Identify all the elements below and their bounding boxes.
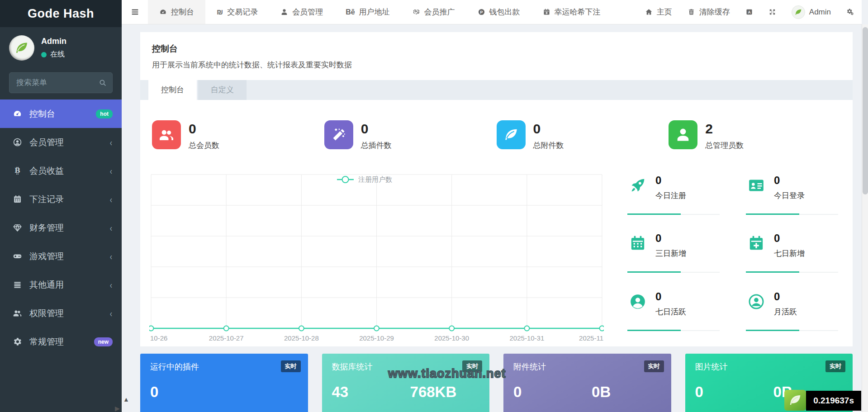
card-title: 数据库统计 (332, 361, 480, 372)
hamburger-menu-icon[interactable] (122, 0, 148, 24)
calendar-icon (13, 194, 22, 204)
sidebar-item-earnings[interactable]: B 会员收益 ‹ (0, 156, 122, 185)
user-info: Admin 在线 (41, 37, 66, 59)
nav-tab-members[interactable]: 会员管理 (269, 0, 334, 24)
scroll-right-arrow-icon[interactable]: ▶ (115, 405, 120, 412)
realtime-badge: 实时 (281, 360, 301, 372)
tab-custom[interactable]: 自定义 (198, 80, 247, 100)
stat-value: 0 (361, 122, 392, 136)
svg-text:10-26: 10-26 (150, 334, 167, 342)
realtime-badge: 实时 (644, 360, 664, 372)
card-title: 运行中的插件 (150, 361, 298, 372)
username-label: Admin (809, 8, 831, 17)
sidebar-item-general[interactable]: 常规管理 new (0, 327, 122, 356)
svg-text:2025-10-31: 2025-10-31 (510, 334, 545, 342)
mini-stats-grid: 0 今日注册 0 今日登录 (627, 172, 838, 346)
home-button[interactable]: 主页 (637, 0, 680, 24)
mini-stat-7day-new: 0 七日新增 (746, 230, 838, 279)
app-root: Gode Hash Admin 在线 控制台 hot (0, 0, 868, 412)
stat-icon-box-1 (324, 120, 353, 149)
stat-icon-box-0 (152, 120, 181, 149)
svg-text:2025-10-29: 2025-10-29 (359, 334, 394, 342)
chevron-left-icon: ‹ (110, 166, 112, 175)
scroll-up-arrow-icon[interactable]: ▲ (123, 396, 129, 403)
card-value: 43 (332, 384, 349, 400)
stat-text: 0 总附件数 (533, 120, 564, 151)
home-icon (645, 8, 653, 16)
user-icon (675, 127, 691, 143)
mini-label: 七日活跃 (655, 307, 686, 317)
fullscreen-button[interactable] (761, 0, 784, 24)
gem-icon (13, 223, 22, 232)
bitcoin-icon: B (13, 166, 22, 175)
user-circle-icon (13, 137, 22, 147)
calendar-plus-icon (746, 233, 767, 254)
trace-widget[interactable]: 0.219637s (784, 390, 861, 411)
sidebar-item-members[interactable]: 会员管理 ‹ (0, 128, 122, 156)
user-menu[interactable]: Admin (784, 0, 839, 24)
mid-row: 注册用户数 (149, 172, 841, 346)
leaf-logo-icon (14, 40, 29, 56)
registered-users-chart: 注册用户数 (149, 172, 604, 346)
sidebar-item-finance[interactable]: 财务管理 ‹ (0, 213, 122, 242)
gamepad-icon (13, 251, 22, 261)
sidebar-item-dashboard[interactable]: 控制台 hot (0, 99, 122, 128)
language-button[interactable]: A (738, 0, 761, 24)
user-circle-solid-icon (627, 291, 648, 312)
bottom-card-2: 附件统计 实时 0 0B (503, 354, 671, 412)
mini-divider (627, 214, 720, 215)
scrollbar-thumb[interactable] (863, 27, 868, 194)
nav-tab-wallet-payout[interactable]: P 钱包出款 (466, 0, 531, 24)
nav-tab-lucky-hash-bet[interactable]: 幸运哈希下注 (531, 0, 612, 24)
top-navbar: 控制台 ₪ 交易记录 会员管理 Bē 用户地址 会员推广 P 钱包出款 幸运哈希… (122, 0, 862, 24)
leaf-logo-icon (794, 8, 802, 16)
users-icon (158, 127, 175, 143)
nav-tab-dashboard[interactable]: 控制台 (148, 0, 205, 24)
avatar (792, 5, 805, 19)
chevron-left-icon: ‹ (110, 195, 112, 204)
stats-row: 0 总会员数 0 总插件数 (149, 120, 841, 151)
thinkphp-leaf-icon (784, 390, 806, 411)
vertical-scrollbar[interactable] (862, 24, 868, 412)
stat-text: 0 总插件数 (361, 120, 392, 151)
mini-value: 0 (655, 175, 686, 186)
chevron-left-icon: ‹ (110, 280, 112, 289)
svg-text:2025-10-27: 2025-10-27 (209, 334, 244, 342)
avatar[interactable] (9, 35, 34, 61)
stat-icon-box-3 (669, 120, 697, 149)
bottom-card-0: 运行中的插件 实时 0 (140, 354, 308, 412)
tab-dashboard[interactable]: 控制台 (148, 80, 197, 100)
sidebar-item-permissions[interactable]: 权限管理 ‹ (0, 299, 122, 327)
behance-icon: Bē (346, 8, 355, 16)
hot-badge: hot (96, 109, 113, 118)
sidebar-item-games[interactable]: 游戏管理 ‹ (0, 242, 122, 270)
sidebar-item-bet-records[interactable]: 下注记录 ‹ (0, 185, 122, 213)
svg-text:B: B (14, 166, 20, 175)
search-input[interactable] (9, 72, 113, 93)
calendar-plus-icon (543, 8, 550, 16)
stat-icon-box-2 (497, 120, 526, 149)
rocket-icon (627, 175, 648, 196)
sidebar-item-label: 下注记录 (29, 194, 64, 205)
realtime-badge: 实时 (825, 360, 845, 372)
sidebar-menu: 控制台 hot 会员管理 ‹ B 会员收益 ‹ 下注记录 ‹ 财务管理 ‹ (0, 99, 122, 356)
sidebar-item-misc[interactable]: 其他通用 ‹ (0, 270, 122, 299)
users-icon (13, 308, 22, 318)
panel-heading: 控制台 用于展示当前系统中的统计数据、统计报表及重要实时数据 (140, 32, 853, 80)
stat-value: 0 (189, 122, 219, 136)
nav-tab-member-promo[interactable]: 会员推广 (401, 0, 466, 24)
nav-tab-transactions[interactable]: ₪ 交易记录 (205, 0, 269, 24)
shekel-icon: ₪ (217, 8, 223, 16)
mini-label: 三日新增 (655, 248, 686, 259)
magic-wand-icon (331, 127, 347, 143)
clear-cache-button[interactable]: 清除缓存 (680, 0, 738, 24)
chart-legend[interactable]: 注册用户数 (337, 175, 392, 183)
stat-total-attachments: 0 总附件数 (497, 120, 669, 151)
card-values: 43 768KB (332, 384, 480, 401)
nav-tab-user-address[interactable]: Bē 用户地址 (334, 0, 401, 24)
mini-divider (746, 330, 838, 331)
settings-button[interactable] (839, 0, 862, 24)
card-value-2: 0B (592, 384, 611, 401)
mini-stat-7day-active: 0 七日活跃 (627, 289, 720, 337)
card-title: 图片统计 (695, 361, 843, 372)
